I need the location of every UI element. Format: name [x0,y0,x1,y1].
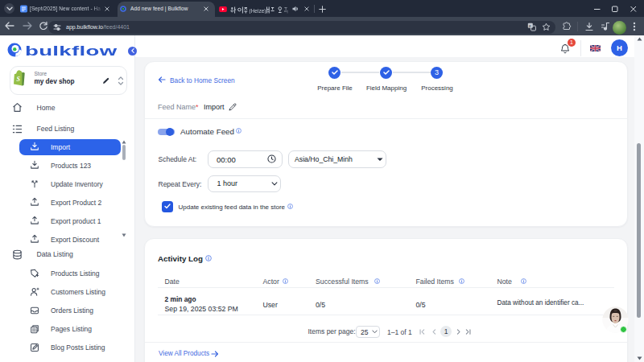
svg-text:(Heize) -: (Heize) - [250,8,270,14]
svg-text:S: S [17,76,21,83]
